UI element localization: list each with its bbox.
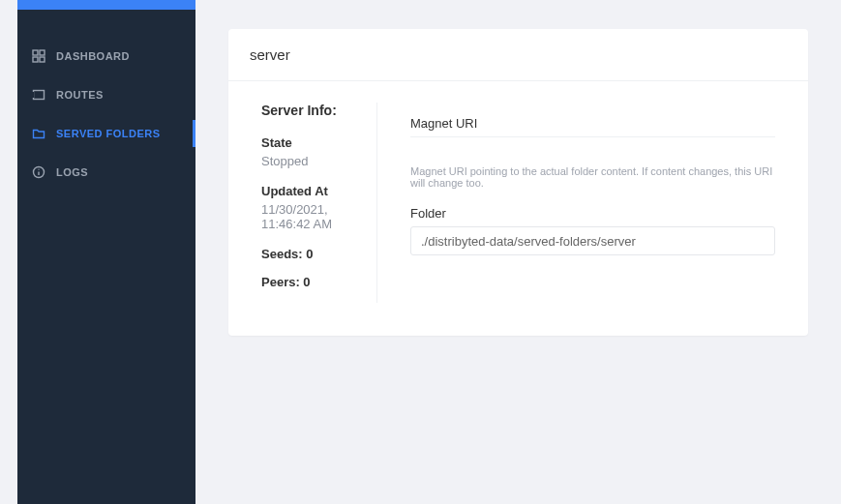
svg-rect-3: [40, 57, 45, 62]
magnet-uri-input[interactable]: [410, 137, 775, 159]
dashboard-icon: [31, 48, 46, 64]
sidebar-item-label: LOGS: [56, 166, 88, 178]
form-column: Magnet URI Magnet URI pointing to the ac…: [377, 103, 808, 303]
sidebar-item-label: SERVED FOLDERS: [56, 128, 161, 139]
svg-rect-1: [40, 50, 45, 55]
sidebar: DASHBOARD ROUTES SERVED FOLDERS: [17, 0, 195, 504]
sidebar-nav: DASHBOARD ROUTES SERVED FOLDERS: [17, 37, 195, 192]
updated-at-block: Updated At 11/30/2021, 11:46:42 AM: [261, 184, 357, 231]
folder-label: Folder: [410, 206, 775, 221]
server-info-heading: Server Info:: [261, 103, 357, 118]
sidebar-item-logs[interactable]: LOGS: [17, 153, 195, 192]
state-block: State Stopped: [261, 135, 357, 168]
card-body: Server Info: State Stopped Updated At 11…: [228, 80, 808, 336]
magnet-uri-field-area: [410, 136, 775, 160]
svg-rect-0: [33, 50, 38, 55]
magnet-uri-label: Magnet URI: [410, 116, 775, 131]
svg-rect-2: [33, 57, 38, 62]
folder-icon: [31, 126, 46, 141]
page-title: server: [228, 29, 808, 80]
sidebar-item-routes[interactable]: ROUTES: [17, 75, 195, 114]
peers-row: Peers: 0: [261, 275, 357, 289]
updated-at-value: 11/30/2021, 11:46:42 AM: [261, 202, 357, 231]
state-value: Stopped: [261, 154, 357, 168]
svg-rect-5: [32, 92, 34, 98]
sidebar-item-dashboard[interactable]: DASHBOARD: [17, 37, 195, 75]
svg-rect-4: [34, 91, 45, 100]
server-info-column: Server Info: State Stopped Updated At 11…: [228, 103, 377, 303]
sidebar-item-label: DASHBOARD: [56, 50, 130, 62]
sidebar-item-label: ROUTES: [56, 89, 104, 101]
svg-point-8: [38, 169, 39, 170]
updated-at-label: Updated At: [261, 184, 357, 198]
magnet-uri-hint: Magnet URI pointing to the actual folder…: [410, 165, 775, 189]
main-content: server Server Info: State Stopped Update…: [195, 0, 841, 504]
folder-input[interactable]: [410, 226, 775, 255]
brand-accent-bar: [17, 0, 195, 10]
server-card: server Server Info: State Stopped Update…: [228, 29, 808, 336]
seeds-row: Seeds: 0: [261, 247, 357, 261]
routes-icon: [31, 87, 46, 103]
sidebar-item-served-folders[interactable]: SERVED FOLDERS: [17, 114, 195, 153]
info-icon: [31, 164, 46, 180]
state-label: State: [261, 135, 357, 150]
